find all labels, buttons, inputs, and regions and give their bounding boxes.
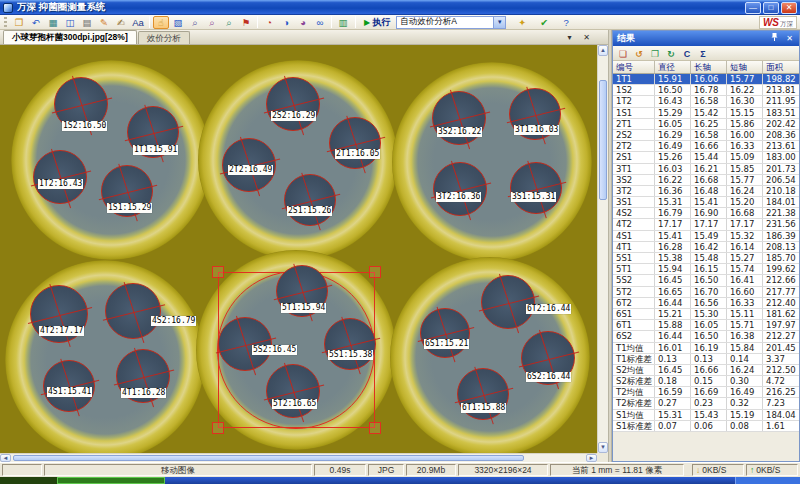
report-icon[interactable]: ▥	[335, 16, 351, 29]
zoom-in-icon[interactable]: ⌕	[187, 16, 203, 29]
scroll-down-icon[interactable]: ▼	[598, 442, 608, 453]
selection-handle[interactable]	[212, 422, 224, 434]
table-row[interactable]: 3T216.3616.4816.24210.18	[613, 186, 799, 197]
inhibition-zone[interactable]	[218, 317, 272, 371]
inhibition-zone[interactable]	[510, 162, 562, 214]
region-select-icon[interactable]: ▧	[170, 16, 186, 29]
scroll-right-icon[interactable]: ►	[586, 454, 597, 462]
table-row[interactable]: 1T115.9116.0615.77198.82	[613, 74, 799, 85]
print-icon[interactable]: ▤	[79, 16, 95, 29]
inhibition-zone[interactable]	[481, 275, 535, 329]
zoom-out-icon[interactable]: ⌕	[204, 16, 220, 29]
marker-icon[interactable]: ⚑	[238, 16, 254, 29]
tab-potency-analysis[interactable]: 效价分析	[138, 31, 190, 44]
table-row[interactable]: 3T116.0316.2115.85201.73	[613, 164, 799, 175]
zoom-fit-icon[interactable]: ⌕	[221, 16, 237, 29]
inhibition-zone[interactable]	[33, 150, 87, 204]
execute-button[interactable]: ▶ 执行	[360, 16, 394, 29]
inhibition-zone[interactable]	[284, 174, 336, 226]
inhibition-zone[interactable]	[433, 162, 487, 216]
open-image-icon[interactable]: ❐	[11, 16, 27, 29]
scroll-up-icon[interactable]: ▲	[598, 45, 608, 56]
table-row[interactable]: S1标准差0.070.060.081.61	[613, 421, 799, 432]
table-row[interactable]: 5T115.9416.1515.74199.62	[613, 264, 799, 275]
pencil-icon[interactable]: ✎	[96, 16, 112, 29]
refresh-result-icon[interactable]: ↻	[664, 47, 678, 60]
table-row[interactable]: 2T116.0516.2515.86202.42	[613, 119, 799, 130]
scroll-left-icon[interactable]: ◄	[0, 454, 11, 462]
table-row[interactable]: S2标准差0.180.150.304.72	[613, 376, 799, 387]
selection-handle[interactable]	[212, 266, 224, 278]
measure-zone-icon[interactable]: ◑	[278, 16, 294, 29]
table-row[interactable]: 6S115.2115.3015.11181.62	[613, 309, 799, 320]
close-button[interactable]: ✕	[781, 2, 797, 14]
pin-icon[interactable]	[769, 32, 780, 45]
inhibition-zone[interactable]	[420, 308, 470, 358]
tab-close-icon[interactable]: ✕	[581, 33, 592, 43]
undo-icon[interactable]: ↶	[28, 16, 44, 29]
table-row[interactable]: 1S216.5016.7816.22213.81	[613, 85, 799, 96]
minimize-button[interactable]: —	[745, 2, 761, 14]
selection-handle[interactable]	[369, 422, 381, 434]
petri-dish[interactable]	[5, 260, 205, 453]
horizontal-scroll-track[interactable]	[11, 454, 586, 462]
annotate-icon[interactable]: ✍	[113, 16, 129, 29]
measure-circle-icon[interactable]: ◔	[261, 16, 277, 29]
table-row[interactable]: 1S115.2915.4215.15183.51	[613, 108, 799, 119]
horizontal-scroll-thumb[interactable]	[13, 455, 524, 461]
vertical-scroll-track[interactable]	[598, 56, 608, 442]
table-row[interactable]: 6T115.8816.0515.71197.97	[613, 320, 799, 331]
vertical-scroll-thumb[interactable]	[599, 80, 607, 200]
table-row[interactable]: 5T216.6516.7016.60217.77	[613, 287, 799, 298]
table-row[interactable]: 4T217.1717.1717.17231.56	[613, 219, 799, 230]
table-row[interactable]: 6S216.4416.5016.38212.27	[613, 331, 799, 342]
export-result-icon[interactable]: ❏	[616, 47, 630, 60]
inhibition-zone[interactable]	[432, 91, 486, 145]
undo-result-icon[interactable]: ↺	[632, 47, 646, 60]
analysis-mode-dropdown[interactable]: 自动效价分析A ▾	[396, 16, 506, 29]
table-row[interactable]: 3S216.2216.6815.77206.54	[613, 175, 799, 186]
table-row[interactable]: 2S216.2916.5816.00208.36	[613, 130, 799, 141]
calibrate-icon[interactable]: ✦	[514, 16, 530, 29]
table-row[interactable]: T2均值16.5916.6916.49216.25	[613, 387, 799, 398]
petri-dish[interactable]	[392, 62, 592, 262]
inhibition-zone[interactable]	[324, 318, 376, 370]
inhibition-zone[interactable]	[105, 283, 161, 339]
inhibition-zone[interactable]	[266, 364, 320, 418]
chevron-down-icon[interactable]: ▾	[493, 17, 505, 28]
table-row[interactable]: 5S216.4516.5016.41212.66	[613, 275, 799, 286]
table-row[interactable]: 4S115.4115.4915.32186.39	[613, 231, 799, 242]
text-tool-icon[interactable]: Aa	[130, 16, 146, 29]
tab-list-menu-icon[interactable]: ▾	[564, 33, 575, 43]
table-row[interactable]: 5S115.3815.4815.27185.70	[613, 253, 799, 264]
inhibition-zone[interactable]	[266, 77, 320, 131]
confirm-icon[interactable]: ✔	[536, 16, 552, 29]
table-row[interactable]: 6T216.4416.5616.33212.40	[613, 298, 799, 309]
table-row[interactable]: 2T216.4916.6616.33213.61	[613, 141, 799, 152]
table-row[interactable]: 1T216.4316.5816.30211.95	[613, 96, 799, 107]
horizontal-scrollbar[interactable]: ◄ ►	[0, 453, 597, 462]
save-icon[interactable]: ◫	[62, 16, 78, 29]
help-icon[interactable]: ?	[558, 16, 574, 29]
table-row[interactable]: S1均值15.3115.4315.19184.04	[613, 410, 799, 421]
maximize-button[interactable]: □	[763, 2, 779, 14]
link-icon[interactable]: ∞	[312, 16, 328, 29]
sum-result-icon[interactable]: Σ	[696, 47, 710, 60]
table-row[interactable]: 4T116.2816.4216.14208.13	[613, 242, 799, 253]
table-row[interactable]: 3S115.3115.4115.20184.01	[613, 197, 799, 208]
vertical-scrollbar[interactable]: ▲ ▼	[597, 45, 608, 453]
selection-handle[interactable]	[369, 266, 381, 278]
hand-tool-icon[interactable]: ☝	[153, 16, 169, 29]
clear-result-icon[interactable]: C	[680, 47, 694, 60]
acquire-image-icon[interactable]: ▦	[45, 16, 61, 29]
table-row[interactable]: T2标准差0.270.230.327.23	[613, 398, 799, 409]
table-row[interactable]: 4S216.7916.9016.68221.38	[613, 208, 799, 219]
inhibition-zone[interactable]	[329, 117, 381, 169]
measure-auto-icon[interactable]: ◕	[295, 16, 311, 29]
tab-image-document[interactable]: 小球芽孢杆菌300dpi.jpg[28%]	[3, 30, 137, 44]
image-view[interactable]: 1S2:16.501T1:15.911T2:16.431S1:15.292S2:…	[0, 45, 597, 453]
table-row[interactable]: S2均值16.4516.6616.24212.50	[613, 365, 799, 376]
toolbar-grip-icon[interactable]	[4, 17, 7, 28]
taskbar-active-button[interactable]	[57, 477, 165, 484]
panel-close-icon[interactable]: ✕	[784, 34, 795, 44]
